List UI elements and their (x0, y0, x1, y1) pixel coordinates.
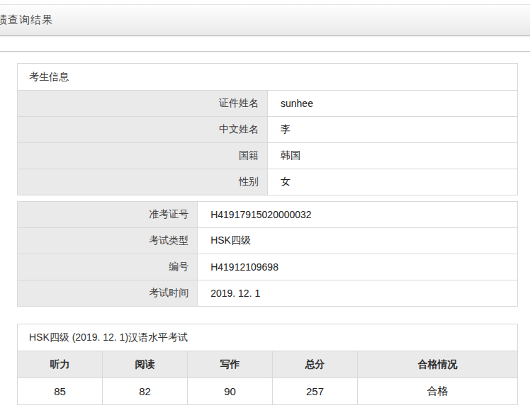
table-row: 准考证号 H41917915020000032 (18, 202, 518, 228)
field-label-chinese-name: 中文姓名 (18, 117, 268, 143)
table-row: 性别 女 (18, 169, 518, 195)
score-total: 257 (273, 378, 358, 405)
field-label-exam-date: 考试时间 (18, 280, 198, 307)
header-separator (0, 51, 530, 52)
exam-info-table: 准考证号 H41917915020000032 考试类型 HSK四级 编号 H4… (17, 201, 518, 307)
score-table-title: HSK四级 (2019. 12. 1)汉语水平考试 (18, 324, 518, 351)
field-value-admission-ticket-number: H41917915020000032 (198, 202, 518, 228)
field-value-certificate-name: sunhee (268, 91, 518, 117)
candidate-info-table: 考生信息 证件姓名 sunhee 中文姓名 李 国籍 韩国 性别 女 (17, 63, 518, 195)
field-value-exam-type: HSK四级 (198, 228, 518, 254)
field-label-nationality: 国籍 (18, 143, 268, 169)
score-table: HSK四级 (2019. 12. 1)汉语水平考试 听力 阅读 写作 总分 合格… (17, 324, 518, 405)
table-row: 考试类型 HSK四级 (18, 228, 518, 254)
pass-status: 合格 (358, 378, 518, 405)
score-table-value-row: 85 82 90 257 合格 (18, 378, 518, 405)
field-value-serial-number: H41912109698 (198, 254, 518, 280)
page-title: 绩查询结果 (0, 13, 53, 27)
section-title-row: 考生信息 (18, 64, 518, 91)
table-row: 证件姓名 sunhee (18, 91, 518, 117)
column-header-writing: 写作 (188, 351, 273, 378)
field-label-certificate-name: 证件姓名 (18, 91, 268, 117)
result-content: 考生信息 证件姓名 sunhee 中文姓名 李 国籍 韩国 性别 女 准考证号 … (17, 63, 518, 405)
table-row: 国籍 韩国 (18, 143, 518, 169)
field-label-serial-number: 编号 (18, 254, 198, 280)
score-query-result-page: { "header": { "title": "绩查询结果" }, "candi… (0, 0, 530, 420)
field-label-admission-ticket-number: 准考证号 (18, 202, 198, 228)
column-header-pass-status: 合格情况 (358, 351, 518, 378)
table-row: 考试时间 2019. 12. 1 (18, 280, 518, 307)
column-header-total: 总分 (273, 351, 358, 378)
group-gap (17, 195, 518, 201)
table-row: 编号 H41912109698 (18, 254, 518, 280)
table-gap (17, 307, 518, 324)
column-header-reading: 阅读 (103, 351, 188, 378)
field-value-nationality: 韩国 (268, 143, 518, 169)
field-value-exam-date: 2019. 12. 1 (198, 280, 518, 307)
field-value-gender: 女 (268, 169, 518, 195)
candidate-info-section-title: 考生信息 (18, 64, 518, 91)
page-header-bar: 绩查询结果 (0, 4, 530, 36)
field-value-chinese-name: 李 (268, 117, 518, 143)
score-table-header-row: 听力 阅读 写作 总分 合格情况 (18, 351, 518, 378)
field-label-exam-type: 考试类型 (18, 228, 198, 254)
score-listening: 85 (18, 378, 103, 405)
table-row: 中文姓名 李 (18, 117, 518, 143)
column-header-listening: 听力 (18, 351, 103, 378)
field-label-gender: 性别 (18, 169, 268, 195)
score-writing: 90 (188, 378, 273, 405)
score-table-title-row: HSK四级 (2019. 12. 1)汉语水平考试 (18, 324, 518, 351)
score-reading: 82 (103, 378, 188, 405)
